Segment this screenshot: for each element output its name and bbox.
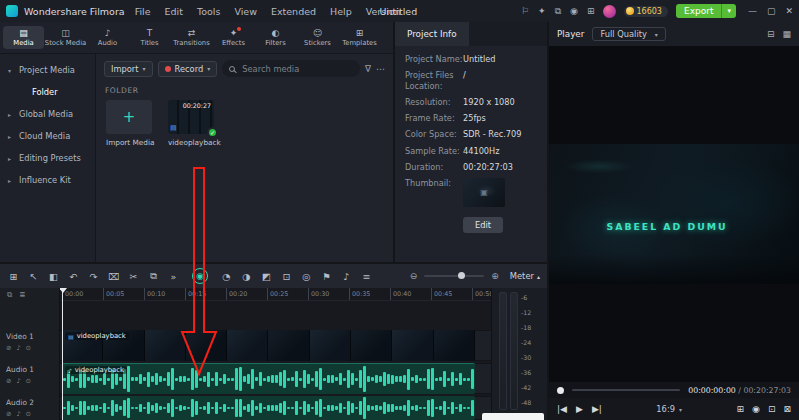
sidebar-item-cloud-media[interactable]: ▸Cloud Media [0, 125, 95, 147]
menu-item-edit[interactable]: Edit [165, 6, 183, 17]
mute-track-icon[interactable]: ♪ [16, 410, 20, 418]
pointer-tool-icon[interactable]: ↖ [27, 271, 40, 282]
coin-balance[interactable]: 16603 [624, 6, 668, 17]
color-wheel-icon[interactable]: ◉ [192, 268, 208, 284]
razor-tool-icon[interactable]: ◧ [47, 271, 60, 282]
tab-stock-media[interactable]: ◫Stock Media [45, 26, 86, 49]
more-options-icon[interactable]: ⋯ [376, 64, 385, 74]
speed-icon[interactable]: ◔ [220, 271, 233, 282]
zoom-out-icon[interactable]: ⊖ [410, 271, 418, 281]
tab-audio[interactable]: ♪Audio [87, 26, 128, 49]
tab-effects[interactable]: ✦Effects [213, 26, 254, 49]
delete-icon[interactable]: ⌧ [107, 271, 120, 282]
tab-templates[interactable]: ⊞Templates [339, 26, 380, 49]
mute-track-icon[interactable]: ♪ [16, 344, 20, 352]
menu-item-view[interactable]: View [234, 6, 257, 17]
edit-button[interactable]: Edit [463, 217, 503, 233]
import-button[interactable]: Import ▾ [104, 61, 153, 77]
timeline-video-clip[interactable]: ▤ videoplayback [62, 330, 475, 361]
mixer-icon[interactable]: ≡ [360, 271, 373, 282]
menu-item-extended[interactable]: Extended [271, 6, 316, 17]
import-media-thumb[interactable]: + [106, 100, 152, 134]
zoom-slider[interactable] [424, 275, 484, 277]
mask-icon[interactable]: ◎ [300, 271, 313, 282]
hide-track-icon[interactable]: ⊘ [6, 377, 11, 385]
split-icon[interactable]: ✂ [127, 271, 140, 282]
layout-icon[interactable]: ⊞ [587, 6, 595, 17]
undo-icon[interactable]: ↶ [67, 271, 80, 282]
playhead[interactable] [62, 288, 63, 420]
avatar[interactable] [603, 5, 616, 18]
tab-filters[interactable]: ◐Filters [255, 26, 296, 49]
progress-track[interactable] [572, 389, 680, 391]
crop-icon[interactable]: ⧉ [147, 270, 160, 282]
menu-item-file[interactable]: File [135, 6, 151, 17]
timeline-audio-clip[interactable]: ♪ videoplayback [62, 363, 475, 394]
menu-item-tools[interactable]: Tools [197, 6, 220, 17]
hide-track-icon[interactable]: ⊘ [6, 410, 11, 418]
search-input[interactable] [240, 63, 353, 75]
track-manager-icon[interactable]: ⊞ [7, 271, 20, 282]
tab-project-info[interactable]: Project Info [395, 22, 469, 46]
zoom-in-icon[interactable]: ⊕ [491, 271, 499, 281]
timeline-ruler[interactable]: 00:0000:0500:1000:1500:2000:2500:3000:35… [60, 288, 491, 301]
close-icon[interactable]: ✕ [785, 6, 793, 16]
mute-track-icon[interactable]: ♪ [16, 377, 20, 385]
progress-handle[interactable] [557, 387, 564, 394]
track-header-video-1[interactable]: Video 1⊘♪⊙ [0, 330, 59, 361]
tab-media[interactable]: ▤Media [3, 26, 44, 49]
aspect-ratio-select[interactable]: 16:9 ▾ [656, 404, 682, 414]
snapshot-icon[interactable]: ◉ [752, 404, 760, 414]
menu-item-help[interactable]: Help [330, 6, 352, 17]
timeline-audio-clip-2[interactable] [62, 396, 475, 420]
display-icon[interactable]: ⧉ [555, 6, 561, 17]
filter-icon[interactable]: ∇ [365, 64, 371, 74]
prev-frame-icon[interactable]: |◀ [557, 404, 567, 414]
link-clips-icon[interactable]: ⧉ [7, 290, 12, 300]
sidebar-item-folder[interactable]: Folder [0, 81, 95, 103]
track-header-audio-1[interactable]: Audio 1⊘♪⊙ [0, 363, 59, 394]
sidebar-item-influence-kit[interactable]: ▸Influence Kit [0, 169, 95, 191]
zoom-slider-thumb[interactable] [458, 272, 465, 279]
lock-track-icon[interactable]: ⊙ [26, 410, 31, 418]
timeline-tracks[interactable]: 00:0000:0500:1000:1500:2000:2500:3000:35… [60, 288, 491, 420]
redo-icon[interactable]: ↷ [87, 271, 100, 282]
next-frame-icon[interactable]: ▶| [592, 404, 602, 414]
record-button[interactable]: Record ▾ [158, 61, 218, 77]
sidebar-item-project-media[interactable]: ▾Project Media [0, 59, 95, 81]
play-icon[interactable]: ▶ [576, 404, 583, 414]
export-button[interactable]: Export ▾ [676, 4, 736, 18]
hide-track-icon[interactable]: ⊘ [6, 344, 11, 352]
screen-record-icon[interactable]: ◉ [570, 6, 578, 17]
tab-stickers[interactable]: ☺Stickers [297, 26, 338, 49]
import-media-tile[interactable]: + Import Media [106, 100, 152, 147]
maximize-icon[interactable]: ▢ [767, 6, 776, 16]
sidebar-item-global-media[interactable]: ▸Global Media [0, 103, 95, 125]
tab-transitions[interactable]: ⇄Transitions [171, 26, 212, 49]
green-screen-icon[interactable]: ◩ [260, 271, 273, 282]
mirror-icon[interactable]: ⊡ [768, 404, 776, 414]
voiceover-icon[interactable]: ♪ [340, 271, 353, 282]
media-clip-tile[interactable]: 00:20:27 ▤ ✓ videoplayback [168, 100, 214, 147]
lock-track-icon[interactable]: ⊙ [26, 377, 31, 385]
quality-select[interactable]: Full Quality ▾ [592, 27, 666, 41]
gift-icon[interactable]: ✦ [538, 6, 546, 17]
compare-view-icon[interactable]: ⊟ [767, 29, 775, 39]
export-caret-icon[interactable]: ▾ [721, 4, 736, 18]
meter-toggle[interactable]: Meter ▴ [510, 271, 540, 281]
more-tools-icon[interactable]: » [167, 271, 180, 282]
lock-track-icon[interactable]: ⊙ [26, 344, 31, 352]
minimize-icon[interactable]: — [748, 6, 757, 16]
fullscreen-icon[interactable]: ⊠ [783, 404, 791, 414]
marker-icon[interactable]: ⚑ [320, 271, 333, 282]
grid-icon[interactable]: ⊞ [736, 404, 744, 414]
pip-icon[interactable]: ⊡ [280, 271, 293, 282]
tab-titles[interactable]: TTitles [129, 26, 170, 49]
canvas-icon[interactable]: ▦ [782, 29, 791, 39]
track-header-audio-2[interactable]: Audio 2⊘♪⊙ [0, 396, 59, 420]
achievements-icon[interactable]: ⚐ [521, 6, 529, 17]
color-correction-icon[interactable]: ◑ [240, 271, 253, 282]
track-options-icon[interactable]: ≣ [19, 290, 25, 299]
search-box[interactable] [222, 60, 360, 77]
sidebar-item-editing-presets[interactable]: ▸Editing Presets [0, 147, 95, 169]
